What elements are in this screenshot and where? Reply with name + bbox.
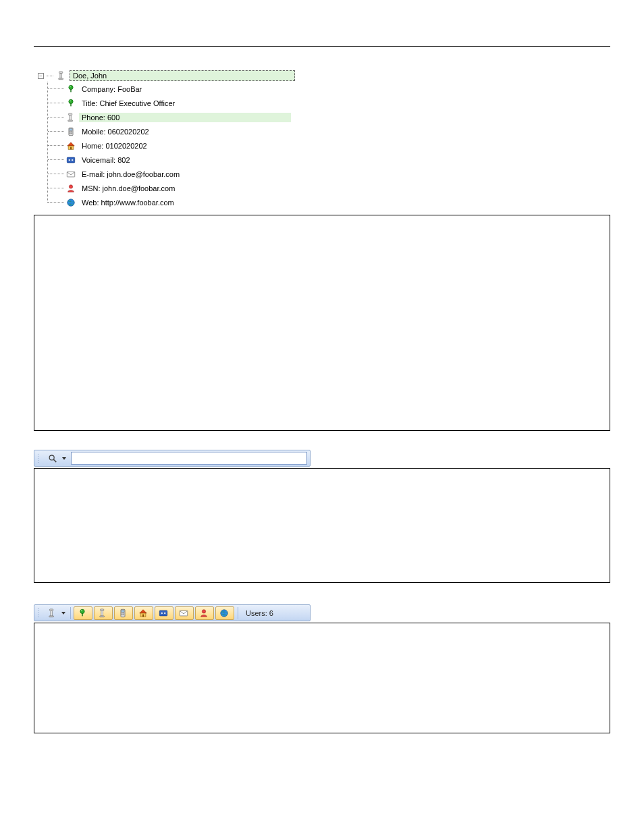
details-panel <box>34 215 610 431</box>
tree-connector <box>47 76 53 76</box>
toolbar-grip <box>37 453 40 464</box>
filter-web-button[interactable] <box>215 606 234 620</box>
search-toolbar <box>34 450 311 467</box>
house-icon <box>65 140 76 151</box>
tree-connector <box>48 145 64 146</box>
search-results-panel <box>34 468 610 583</box>
magnifier-icon <box>47 453 58 464</box>
tree-connector <box>48 174 64 174</box>
envelope-icon <box>178 608 189 619</box>
filter-voicemail-button[interactable] <box>155 606 173 620</box>
tree-item-label: Title: Chief Executive Officer <box>79 99 178 108</box>
tree-root-label[interactable]: Doe, John <box>70 70 295 81</box>
tree-item-label: E-mail: john.doe@foobar.com <box>79 170 182 179</box>
tree-connector <box>48 159 64 160</box>
tree-root-row[interactable]: − Doe, John <box>38 70 610 82</box>
phone-icon <box>56 70 67 81</box>
pushpin-icon <box>65 84 76 95</box>
envelope-icon <box>65 169 76 180</box>
filter-email-button[interactable] <box>175 606 194 620</box>
phone-actions-button[interactable] <box>43 606 68 620</box>
tree-connector <box>48 88 64 89</box>
tree-item-label: Mobile: 0602020202 <box>79 127 152 136</box>
phone-icon <box>47 608 57 619</box>
tree-item-label: Web: http://www.foobar.com <box>79 198 177 207</box>
tree-connector <box>48 131 64 132</box>
search-options-button[interactable] <box>43 452 69 465</box>
tree-children: Company: FooBarTitle: Chief Executive Of… <box>47 82 610 209</box>
tree-item-voicemail[interactable]: Voicemail: 802 <box>48 153 610 167</box>
pushpin-icon <box>77 608 88 619</box>
phone-icon <box>65 112 76 123</box>
tape-icon <box>158 608 169 619</box>
filter-mobile-button[interactable] <box>114 606 133 620</box>
tree-item-label: Phone: 600 <box>79 113 291 122</box>
users-count-label: Users: 6 <box>246 609 273 617</box>
globe-icon <box>65 197 76 208</box>
tree-item-label: MSN: john.doe@foobar.com <box>79 184 178 193</box>
contact-tree: − Doe, John Company: FooBarTitle: Chief … <box>38 70 610 209</box>
tree-connector <box>48 103 64 103</box>
filter-home-button[interactable] <box>134 606 153 620</box>
tree-connector <box>48 117 64 118</box>
tree-item-email[interactable]: E-mail: john.doe@foobar.com <box>48 167 610 181</box>
tree-item-web[interactable]: Web: http://www.foobar.com <box>48 195 610 209</box>
chevron-down-icon <box>62 457 66 460</box>
house-icon <box>138 608 149 619</box>
toolbar-separator <box>70 607 71 619</box>
toolbar-grip <box>37 608 40 619</box>
filter-company-button[interactable] <box>74 606 92 620</box>
toolbar-separator <box>238 607 238 619</box>
tree-connector <box>48 188 64 188</box>
tree-connector <box>48 202 64 203</box>
tree-item-phone[interactable]: Phone: 600 <box>48 110 610 124</box>
actions-toolbar: Users: 6 <box>34 604 311 621</box>
tree-item-title[interactable]: Title: Chief Executive Officer <box>48 96 610 110</box>
tree-item-label: Company: FooBar <box>79 84 144 94</box>
search-input[interactable] <box>71 452 307 465</box>
chevron-down-icon <box>61 612 65 615</box>
tree-item-label: Voicemail: 802 <box>79 155 133 165</box>
mobile-phone-icon <box>117 608 128 619</box>
person-icon <box>65 183 76 194</box>
person-icon <box>198 608 209 619</box>
pushpin-icon <box>65 98 76 109</box>
tree-item-home[interactable]: Home: 0102020202 <box>48 138 610 153</box>
filter-msn-button[interactable] <box>195 606 214 620</box>
tree-item-mobile[interactable]: Mobile: 0602020202 <box>48 124 610 138</box>
filter-phone-button[interactable] <box>94 606 113 620</box>
globe-icon <box>219 608 230 619</box>
tree-item-label: Home: 0102020202 <box>79 141 150 151</box>
tape-icon <box>65 155 76 165</box>
lower-panel <box>34 623 610 733</box>
tree-expander[interactable]: − <box>38 73 44 79</box>
tree-item-msn[interactable]: MSN: john.doe@foobar.com <box>48 181 610 195</box>
tree-item-company[interactable]: Company: FooBar <box>48 82 610 96</box>
mobile-phone-icon <box>65 126 76 137</box>
page-header-rule <box>34 46 610 47</box>
phone-icon <box>97 608 108 619</box>
